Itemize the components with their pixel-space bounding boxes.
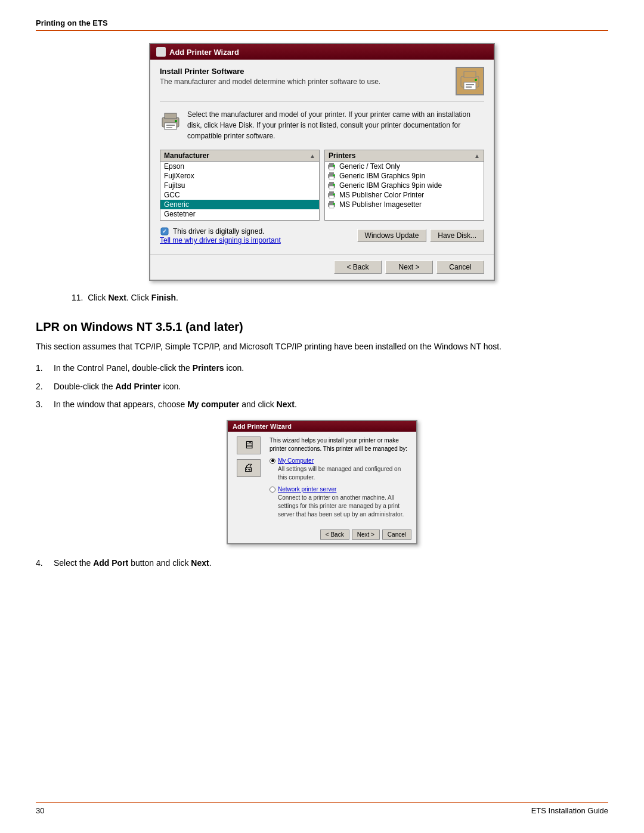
driver-link[interactable]: Tell me why driver signing is important (160, 236, 281, 244)
printer-ms-publisher-color[interactable]: MS Publisher Color Printer (325, 190, 484, 200)
add-printer-wizard-dialog: Add Printer Wizard Install Printer Softw… (149, 43, 495, 281)
section-header-text: Printing on the ETS (36, 18, 108, 27)
dialog2-content: 🖥 🖨 This wizard helps you install your p… (228, 432, 416, 527)
svg-rect-21 (329, 182, 334, 184)
driver-signed-left: ✓ This driver is digitally signed. Tell … (160, 227, 281, 244)
radio-my-computer-circle[interactable] (270, 458, 275, 464)
dialog2-titlebar: Add Printer Wizard (228, 421, 416, 432)
step-4-text: Select the Add Port button and click Nex… (54, 556, 212, 569)
manufacturer-generic[interactable]: Generic (160, 200, 319, 209)
radio-my-computer-desc: All settings will be managed and configu… (278, 465, 410, 482)
printer-ibm-9pin[interactable]: Generic IBM Graphics 9pin (325, 171, 484, 181)
printer-small-icon (160, 112, 181, 133)
cancel-button[interactable]: Cancel (436, 261, 484, 274)
step-4-list: 4. Select the Add Port button and click … (36, 556, 608, 569)
driver-buttons: Windows Update Have Disk... (357, 229, 484, 242)
radio-my-computer-content: My Computer All settings will be managed… (278, 457, 410, 482)
svg-rect-18 (329, 176, 334, 179)
driver-signed-row: ✓ This driver is digitally signed. Tell … (160, 227, 484, 244)
svg-rect-2 (464, 82, 476, 89)
step-3: 3. In the window that appears, choose My… (36, 398, 608, 411)
printer-generic-text[interactable]: Generic / Text Only (325, 162, 484, 171)
step-2: 2. Double-click the Add Printer icon. (36, 380, 608, 393)
dialog-top-section: Install Printer Software The manufacture… (160, 67, 484, 102)
manufacturer-gestetner[interactable]: Gestetner (160, 209, 319, 219)
step-1-number: 1. (36, 361, 48, 374)
radio-network-circle[interactable] (270, 487, 275, 493)
printers-list-container: Printers ▲ Generic / Text Only (324, 150, 484, 221)
svg-point-19 (333, 175, 335, 176)
radio-network-label: Network printer server (278, 485, 410, 494)
dialog2-cancel-button[interactable]: Cancel (382, 529, 411, 540)
radio-network-printer[interactable]: Network printer server Connect to a prin… (270, 485, 410, 519)
add-printer-wizard-dialog-2: Add Printer Wizard 🖥 🖨 This wizard helps… (227, 420, 417, 544)
dialog-titlebar: Add Printer Wizard (150, 44, 494, 60)
printers-list[interactable]: Generic / Text Only Generic IBM Graphics… (324, 161, 484, 221)
manufacturer-gcc[interactable]: GCC (160, 190, 319, 200)
dialog-lists-row: Manufacturer ▲ Epson FujiXerox Fujitsu G… (160, 150, 484, 221)
manufacturer-fujitsu[interactable]: Fujitsu (160, 181, 319, 190)
step-2-bold: Add Printer (116, 382, 161, 391)
footer-guide-name: ETS Installation Guide (531, 806, 608, 815)
printer-ibm-9pin-wide[interactable]: Generic IBM Graphics 9pin wide (325, 181, 484, 190)
radio-network-desc: Connect to a printer on another machine.… (278, 494, 410, 519)
svg-rect-25 (329, 191, 334, 194)
back-button[interactable]: < Back (334, 261, 382, 274)
dialog-title-icon (156, 47, 166, 57)
svg-text:✓: ✓ (162, 228, 167, 234)
printers-header-text: Printers (329, 151, 355, 160)
dialog-printer-icon (456, 67, 484, 95)
manufacturer-scroll-up[interactable]: ▲ (309, 153, 315, 159)
computer-icon: 🖥 (237, 436, 261, 454)
dialog-description-text: Select the manufacturer and model of you… (187, 109, 484, 141)
svg-point-11 (175, 120, 177, 122)
svg-rect-26 (329, 196, 334, 199)
dialog2-next-button[interactable]: Next > (352, 529, 380, 540)
manufacturer-list[interactable]: Epson FujiXerox Fujitsu GCC Generic Gest… (160, 161, 320, 221)
svg-rect-7 (165, 113, 177, 119)
manufacturer-fujixerox[interactable]: FujiXerox (160, 171, 319, 181)
dialog2-printer-icon: 🖨 (237, 459, 261, 477)
dialog-content: Install Printer Software The manufacture… (150, 60, 494, 254)
dialog2-text-col: This wizard helps you install your print… (270, 436, 410, 522)
step-1: 1. In the Control Panel, double-click th… (36, 361, 608, 374)
next-button[interactable]: Next > (385, 261, 433, 274)
printer-item-icon-1 (327, 162, 337, 171)
have-disk-button[interactable]: Have Disk... (430, 229, 484, 242)
printer-item-text-1: Generic / Text Only (339, 162, 400, 171)
printers-header: Printers ▲ (324, 150, 484, 161)
printer-item-icon-4 (327, 191, 337, 199)
svg-point-23 (333, 184, 335, 186)
printer-item-text-4: MS Publisher Color Printer (339, 191, 424, 199)
section-header: Printing on the ETS (36, 18, 608, 31)
section2-heading: LPR on Windows NT 3.5.1 (and later) (36, 320, 608, 334)
step-4-bold2: Next (191, 558, 209, 568)
dialog2-back-button[interactable]: < Back (320, 529, 349, 540)
printer-item-icon-5 (327, 200, 337, 209)
step-11: 11. Click Next. Click Finish. (36, 293, 608, 302)
printer-ms-publisher-image[interactable]: MS Publisher Imagesetter (325, 200, 484, 209)
printers-scroll-up[interactable]: ▲ (474, 153, 480, 159)
svg-rect-13 (329, 163, 334, 165)
step-4-bold: Add Port (93, 558, 128, 568)
step-11-suffix: . (176, 293, 178, 302)
manufacturer-header-text: Manufacturer (164, 151, 209, 160)
step-2-text: Double-click the Add Printer icon. (54, 380, 181, 393)
step-4: 4. Select the Add Port button and click … (36, 556, 608, 569)
radio-my-computer[interactable]: My Computer All settings will be managed… (270, 457, 410, 482)
svg-rect-3 (466, 84, 474, 85)
driver-signed-text: ✓ This driver is digitally signed. (160, 227, 281, 236)
footer-page-number: 30 (36, 806, 44, 815)
svg-rect-4 (466, 86, 472, 88)
step-11-next: Next (108, 293, 126, 302)
svg-rect-22 (329, 186, 334, 189)
dialog-title-text: Add Printer Wizard (169, 48, 239, 57)
step-1-text: In the Control Panel, double-click the P… (54, 361, 244, 374)
windows-update-button[interactable]: Windows Update (357, 229, 427, 242)
dialog-top-text: Install Printer Software The manufacture… (160, 67, 450, 86)
svg-rect-14 (329, 167, 334, 170)
step-2-number: 2. (36, 380, 48, 393)
manufacturer-epson[interactable]: Epson (160, 162, 319, 171)
svg-rect-8 (165, 123, 177, 129)
step-11-finish: Finish (151, 293, 176, 302)
